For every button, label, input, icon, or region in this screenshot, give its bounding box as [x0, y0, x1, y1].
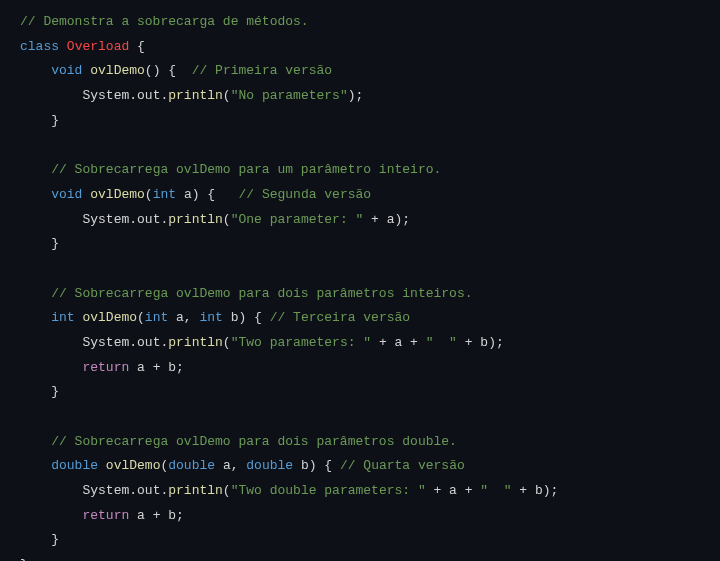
comment: // Primeira versão [192, 63, 332, 78]
code-line: System.out.println("No parameters"); [20, 84, 700, 109]
paren-open: ( [145, 187, 153, 202]
paren-open: ( [223, 483, 231, 498]
paren-close: ); [348, 88, 364, 103]
string-literal: "Two double parameters: " [231, 483, 426, 498]
expr: a + b; [129, 508, 184, 523]
code-line: // Sobrecarrega ovlDemo para dois parâme… [20, 282, 700, 307]
object-ref: System.out. [82, 335, 168, 350]
comment: // Terceira versão [270, 310, 410, 325]
keyword-return: return [82, 360, 129, 375]
keyword-class: class [20, 39, 59, 54]
blank-line [20, 133, 700, 158]
class-name: Overload [67, 39, 129, 54]
brace-close: } [20, 557, 28, 561]
object-ref: System.out. [82, 88, 168, 103]
type-int: int [199, 310, 222, 325]
blank-line [20, 257, 700, 282]
param: b) { [223, 310, 270, 325]
string-literal: "No parameters" [231, 88, 348, 103]
code-line: void ovlDemo(int a) { // Segunda versão [20, 183, 700, 208]
code-editor: // Demonstra a sobrecarga de métodos. cl… [20, 10, 700, 561]
brace-close: } [51, 236, 59, 251]
code-line: } [20, 553, 700, 561]
brace-close: } [51, 384, 59, 399]
type-int: int [145, 310, 168, 325]
comment: // Sobrecarrega ovlDemo para um parâmetr… [51, 162, 441, 177]
code-line: return a + b; [20, 356, 700, 381]
code-line: double ovlDemo(double a, double b) { // … [20, 454, 700, 479]
parens: () { [145, 63, 192, 78]
code-line: int ovlDemo(int a, int b) { // Terceira … [20, 306, 700, 331]
blank-line [20, 405, 700, 430]
type-int: int [51, 310, 74, 325]
string-literal: "One parameter: " [231, 212, 364, 227]
method-name: ovlDemo [106, 458, 161, 473]
code-line: } [20, 109, 700, 134]
type-double: double [51, 458, 98, 473]
type-int: int [153, 187, 176, 202]
code-line: } [20, 380, 700, 405]
code-line: System.out.println("Two parameters: " + … [20, 331, 700, 356]
brace: { [129, 39, 145, 54]
code-line: } [20, 232, 700, 257]
code-line: System.out.println("One parameter: " + a… [20, 208, 700, 233]
method-call: println [168, 335, 223, 350]
param: a, [215, 458, 246, 473]
expr: a + b; [129, 360, 184, 375]
method-name: ovlDemo [82, 310, 137, 325]
expr: + a); [363, 212, 410, 227]
expr: + a + [426, 483, 481, 498]
type-double: double [168, 458, 215, 473]
comment: // Sobrecarrega ovlDemo para dois parâme… [51, 434, 457, 449]
object-ref: System.out. [82, 483, 168, 498]
expr: + a + [371, 335, 426, 350]
brace-close: } [51, 113, 59, 128]
code-line: } [20, 528, 700, 553]
comment: // Sobrecarrega ovlDemo para dois parâme… [51, 286, 472, 301]
code-line: return a + b; [20, 504, 700, 529]
code-line: // Sobrecarrega ovlDemo para um parâmetr… [20, 158, 700, 183]
type-void: void [51, 187, 82, 202]
method-name: ovlDemo [90, 63, 145, 78]
type-void: void [51, 63, 82, 78]
paren-open: ( [137, 310, 145, 325]
param: a, [168, 310, 199, 325]
keyword-return: return [82, 508, 129, 523]
string-literal: " " [480, 483, 511, 498]
string-literal: " " [426, 335, 457, 350]
paren-open: ( [223, 88, 231, 103]
code-line: void ovlDemo() { // Primeira versão [20, 59, 700, 84]
object-ref: System.out. [82, 212, 168, 227]
method-call: println [168, 483, 223, 498]
code-line: System.out.println("Two double parameter… [20, 479, 700, 504]
param: b) { [293, 458, 340, 473]
comment: // Demonstra a sobrecarga de métodos. [20, 14, 309, 29]
code-line: // Demonstra a sobrecarga de métodos. [20, 10, 700, 35]
paren-close: ) { [192, 187, 239, 202]
type-double: double [246, 458, 293, 473]
code-line: // Sobrecarrega ovlDemo para dois parâme… [20, 430, 700, 455]
param: a [176, 187, 192, 202]
brace-close: } [51, 532, 59, 547]
comment: // Segunda versão [239, 187, 372, 202]
method-call: println [168, 88, 223, 103]
string-literal: "Two parameters: " [231, 335, 371, 350]
expr: + b); [512, 483, 559, 498]
expr: + b); [457, 335, 504, 350]
method-name: ovlDemo [90, 187, 145, 202]
code-line: class Overload { [20, 35, 700, 60]
paren-open: ( [223, 212, 231, 227]
comment: // Quarta versão [340, 458, 465, 473]
method-call: println [168, 212, 223, 227]
paren-open: ( [223, 335, 231, 350]
